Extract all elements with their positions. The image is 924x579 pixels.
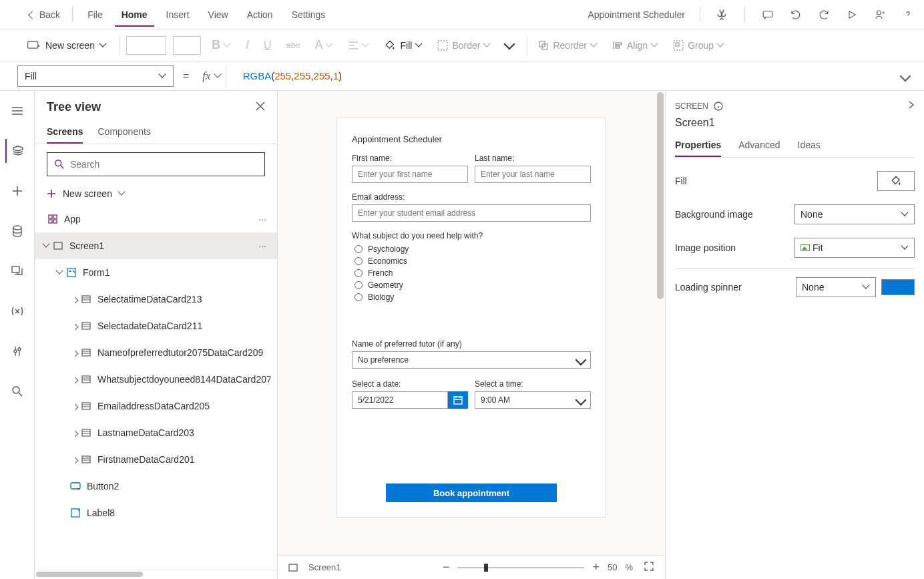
subject-radio-biology[interactable]: Biology — [355, 293, 591, 302]
tree-node-form1[interactable]: Form1 — [35, 259, 277, 286]
chevron-right-icon — [69, 401, 80, 411]
calendar-button[interactable] — [448, 391, 468, 409]
font-size-dropdown[interactable] — [173, 36, 201, 55]
date-input[interactable]: 5/21/2022 — [352, 391, 448, 409]
text-align-button[interactable] — [344, 38, 373, 53]
tree-new-screen-button[interactable]: New screen — [35, 184, 277, 206]
underline-button[interactable]: U — [260, 37, 276, 54]
ribbon-fill-button[interactable]: Fill — [380, 37, 427, 54]
tree-node-datacard[interactable]: LastnameDataCard203 — [35, 419, 277, 446]
subject-radio-french[interactable]: French — [355, 268, 591, 278]
menu-file[interactable]: File — [81, 3, 109, 27]
prop-imgpos-dropdown[interactable]: Fit — [794, 238, 915, 258]
tab-ideas[interactable]: Ideas — [798, 134, 821, 157]
info-icon[interactable] — [714, 102, 723, 111]
tutor-dropdown[interactable]: No preference — [352, 351, 591, 369]
menu-home[interactable]: Home — [115, 3, 154, 27]
help-icon[interactable] — [900, 7, 916, 23]
tree-node-screen1[interactable]: Screen1 ··· — [35, 232, 277, 259]
zoom-slider[interactable] — [457, 567, 584, 568]
tree-node-datacard[interactable]: EmailaddressDataCard205 — [35, 393, 277, 419]
subject-radio-psychology[interactable]: Psychology — [355, 244, 591, 254]
rail-insert-button[interactable] — [5, 179, 29, 203]
subject-radio-economics[interactable]: Economics — [355, 256, 591, 266]
property-selector-dropdown[interactable]: Fill — [17, 65, 174, 87]
share-icon[interactable] — [872, 7, 888, 23]
tab-screens[interactable]: Screens — [47, 121, 83, 144]
tree-node-datacard[interactable]: Nameofpreferredtutor2075DataCard209 — [35, 339, 277, 366]
rail-advanced-tools-button[interactable] — [5, 339, 29, 363]
zoom-in-button[interactable]: + — [592, 560, 600, 574]
ribbon-reorder-button[interactable]: Reorder — [534, 37, 602, 53]
canvas-viewport[interactable]: Appointment Scheduler First name: Last n… — [278, 91, 665, 555]
group-icon — [673, 40, 684, 51]
menu-action[interactable]: Action — [240, 3, 280, 27]
prop-fill-button[interactable] — [877, 171, 915, 191]
undo-icon[interactable] — [788, 7, 804, 23]
formula-input[interactable]: RGBA(255, 255, 255, 1) — [236, 65, 885, 87]
play-preview-icon[interactable] — [844, 7, 860, 23]
rail-variables-button[interactable] — [5, 299, 29, 323]
tree-horizontal-scrollbar[interactable] — [35, 570, 277, 579]
tree-view-close-button[interactable] — [256, 102, 265, 114]
tree-search-box[interactable] — [47, 152, 265, 176]
ribbon-more-button[interactable] — [501, 37, 520, 53]
comments-icon[interactable] — [760, 7, 776, 23]
tree-node-button2[interactable]: Button2 — [35, 473, 277, 500]
prop-spinner-dropdown[interactable]: None — [796, 277, 876, 297]
svg-rect-17 — [54, 242, 62, 249]
book-appointment-button[interactable]: Book appointment — [386, 484, 557, 502]
back-button[interactable]: Back — [25, 7, 64, 23]
time-dropdown[interactable]: 9:00 AM — [475, 391, 591, 409]
ribbon-border-button[interactable]: Border — [433, 37, 495, 53]
subject-radio-geometry[interactable]: Geometry — [355, 280, 591, 290]
fit-to-window-button[interactable] — [644, 561, 654, 574]
strikethrough-button[interactable]: abc — [282, 37, 304, 53]
tab-properties[interactable]: Properties — [675, 134, 721, 157]
font-color-button[interactable]: A — [310, 35, 337, 55]
prop-bgimage-dropdown[interactable]: None — [794, 204, 915, 224]
rail-hamburger-button[interactable] — [5, 99, 29, 123]
menu-view[interactable]: View — [202, 3, 235, 27]
tree-search-input[interactable] — [70, 159, 258, 170]
tree-node-label8[interactable]: Label8 — [35, 500, 277, 526]
search-icon — [54, 159, 65, 170]
prop-spinner-color-swatch[interactable] — [881, 279, 915, 295]
tree-node-datacard[interactable]: SelectadateDataCard211 — [35, 313, 277, 339]
expand-icon — [644, 561, 654, 572]
tree-node-datacard[interactable]: SelectatimeDataCard213 — [35, 286, 277, 313]
tree-node-more-button[interactable]: ··· — [254, 240, 270, 251]
email-input[interactable] — [352, 204, 591, 222]
tab-components[interactable]: Components — [97, 121, 150, 144]
ribbon-new-screen-button[interactable]: New screen — [21, 37, 112, 53]
tree-node-app[interactable]: App ··· — [35, 206, 277, 232]
tab-advanced[interactable]: Advanced — [738, 134, 780, 157]
rail-data-button[interactable] — [5, 219, 29, 243]
canvas-vertical-scrollbar[interactable] — [657, 92, 664, 299]
italic-button[interactable]: I — [242, 35, 253, 55]
chevron-down-icon — [215, 73, 222, 79]
rail-search-button[interactable] — [5, 379, 29, 403]
font-dropdown[interactable] — [126, 36, 166, 55]
formula-expand-button[interactable] — [895, 72, 916, 80]
fx-button[interactable]: fx — [198, 65, 226, 87]
rail-tree-view-button[interactable] — [5, 139, 29, 163]
menu-insert[interactable]: Insert — [160, 3, 196, 27]
tree-node-more-button[interactable]: ··· — [254, 214, 270, 224]
firstname-input[interactable] — [352, 166, 468, 183]
redo-icon[interactable] — [816, 7, 832, 23]
ribbon-align-button[interactable]: Align — [608, 37, 662, 53]
panel-collapse-button[interactable] — [908, 100, 915, 112]
chevron-right-icon — [69, 374, 80, 385]
app-checker-icon[interactable] — [714, 7, 730, 23]
tree-node-datacard[interactable]: FirstnameDataCard201 — [35, 446, 277, 473]
app-canvas-screen[interactable]: Appointment Scheduler First name: Last n… — [336, 118, 606, 518]
ribbon-group-button[interactable]: Group — [669, 37, 728, 53]
rail-media-button[interactable] — [5, 259, 29, 283]
svg-point-9 — [13, 226, 21, 230]
bold-button[interactable]: B — [208, 35, 235, 55]
lastname-input[interactable] — [475, 166, 591, 183]
zoom-out-button[interactable]: − — [443, 560, 450, 574]
menu-settings[interactable]: Settings — [285, 3, 332, 27]
tree-node-datacard[interactable]: Whatsubjectdoyouneed8144DataCard207 — [35, 366, 277, 393]
